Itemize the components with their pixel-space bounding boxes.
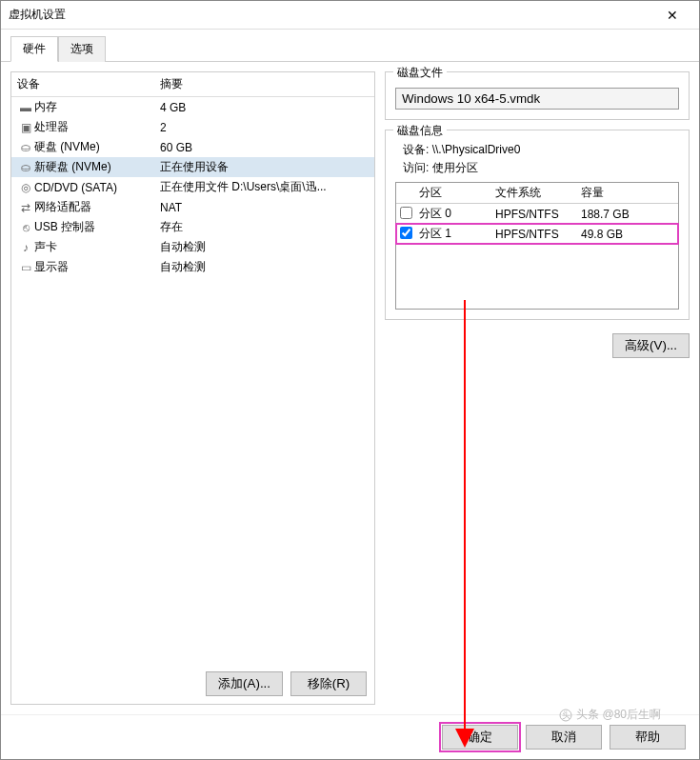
access-line: 访问: 使用分区 <box>403 160 679 176</box>
device-summary: NAT <box>160 201 369 214</box>
usb-icon: ⎋ <box>17 221 34 234</box>
advanced-button[interactable]: 高级(V)... <box>612 333 690 358</box>
help-button[interactable]: 帮助 <box>610 725 686 750</box>
device-label: 设备: <box>403 143 429 156</box>
partition-name: 分区 0 <box>419 206 495 222</box>
device-table-header: 设备 摘要 <box>11 72 374 97</box>
partition-cap: 49.8 GB <box>581 228 674 241</box>
display-icon: ▭ <box>17 261 34 274</box>
device-name: 显示器 <box>34 259 160 275</box>
ok-button[interactable]: 确定 <box>442 725 518 750</box>
disk-info-group: 磁盘信息 设备: \\.\PhysicalDrive0 访问: 使用分区 分区 … <box>385 130 690 320</box>
cpu-icon: ▣ <box>17 121 34 134</box>
device-row[interactable]: ♪声卡自动检测 <box>11 237 374 257</box>
memory-icon: ▬ <box>17 101 34 114</box>
device-summary: 正在使用文件 D:\Users\桌面\迅... <box>160 179 369 195</box>
partition-fs: HPFS/NTFS <box>495 208 581 221</box>
device-row[interactable]: ⇄网络适配器NAT <box>11 197 374 217</box>
device-row[interactable]: ▭显示器自动检测 <box>11 257 374 277</box>
col-device: 设备 <box>17 76 160 92</box>
partition-fs: HPFS/NTFS <box>495 228 581 241</box>
network-icon: ⇄ <box>17 201 34 214</box>
device-name: CD/DVD (SATA) <box>34 181 160 194</box>
sound-icon: ♪ <box>17 241 34 254</box>
device-row[interactable]: ⛀新硬盘 (NVMe)正在使用设备 <box>11 157 374 177</box>
device-summary: 60 GB <box>160 141 369 154</box>
device-summary: 自动检测 <box>160 239 369 255</box>
close-icon[interactable]: ✕ <box>653 2 691 29</box>
device-panel: 设备 摘要 ▬内存4 GB▣处理器2⛀硬盘 (NVMe)60 GB⛀新硬盘 (N… <box>10 71 375 705</box>
cd-icon: ◎ <box>17 181 34 194</box>
device-name: 网络适配器 <box>34 199 160 215</box>
col-partition: 分区 <box>419 185 495 201</box>
content-area: 设备 摘要 ▬内存4 GB▣处理器2⛀硬盘 (NVMe)60 GB⛀新硬盘 (N… <box>1 62 699 714</box>
partition-name: 分区 1 <box>419 226 495 242</box>
device-row[interactable]: ⛀硬盘 (NVMe)60 GB <box>11 137 374 157</box>
partition-row[interactable]: 分区 0HPFS/NTFS188.7 GB <box>396 204 678 224</box>
partition-row[interactable]: 分区 1HPFS/NTFS49.8 GB <box>396 224 678 244</box>
device-row[interactable]: ⎋USB 控制器存在 <box>11 217 374 237</box>
partition-header: 分区 文件系统 容量 <box>396 183 678 204</box>
device-summary: 2 <box>160 121 369 134</box>
window-title: 虚拟机设置 <box>9 7 653 23</box>
col-filesystem: 文件系统 <box>495 185 581 201</box>
device-name: 声卡 <box>34 239 160 255</box>
vm-settings-window: 虚拟机设置 ✕ 硬件 选项 设备 摘要 ▬内存4 GB▣处理器2⛀硬盘 (NVM… <box>0 0 700 760</box>
partition-cap: 188.7 GB <box>581 208 674 221</box>
access-value: 使用分区 <box>432 161 478 174</box>
disk-icon: ⛀ <box>17 141 34 154</box>
device-summary: 存在 <box>160 219 369 235</box>
disk-file-field[interactable] <box>395 88 679 110</box>
add-button[interactable]: 添加(A)... <box>206 671 283 696</box>
device-summary: 自动检测 <box>160 259 369 275</box>
device-value: \\.\PhysicalDrive0 <box>432 143 521 156</box>
device-name: 硬盘 (NVMe) <box>34 139 160 155</box>
partition-checkbox[interactable] <box>400 207 412 219</box>
cancel-button[interactable]: 取消 <box>526 725 602 750</box>
titlebar: 虚拟机设置 ✕ <box>1 1 699 30</box>
device-name: 内存 <box>34 99 160 115</box>
device-name: 处理器 <box>34 119 160 135</box>
remove-button[interactable]: 移除(R) <box>290 671 367 696</box>
disk-file-legend: 磁盘文件 <box>393 65 447 81</box>
tab-strip: 硬件 选项 <box>1 30 699 62</box>
disk-file-group: 磁盘文件 <box>385 71 690 120</box>
access-label: 访问: <box>403 161 429 174</box>
device-summary: 4 GB <box>160 101 369 114</box>
device-line: 设备: \\.\PhysicalDrive0 <box>403 142 679 158</box>
advanced-row: 高级(V)... <box>385 330 690 362</box>
device-buttons: 添加(A)... 移除(R) <box>11 664 374 704</box>
device-table: 设备 摘要 ▬内存4 GB▣处理器2⛀硬盘 (NVMe)60 GB⛀新硬盘 (N… <box>11 72 374 664</box>
device-row[interactable]: ◎CD/DVD (SATA)正在使用文件 D:\Users\桌面\迅... <box>11 177 374 197</box>
device-name: USB 控制器 <box>34 219 160 235</box>
detail-panel: 磁盘文件 磁盘信息 设备: \\.\PhysicalDrive0 访问: 使用分… <box>385 71 690 705</box>
col-capacity: 容量 <box>581 185 674 201</box>
device-row[interactable]: ▣处理器2 <box>11 117 374 137</box>
device-row[interactable]: ▬内存4 GB <box>11 97 374 117</box>
device-summary: 正在使用设备 <box>160 159 369 175</box>
partition-checkbox[interactable] <box>400 227 412 239</box>
device-name: 新硬盘 (NVMe) <box>34 159 160 175</box>
tab-options[interactable]: 选项 <box>58 36 106 62</box>
col-summary: 摘要 <box>160 76 369 92</box>
disk-info-legend: 磁盘信息 <box>393 123 447 139</box>
disk-icon: ⛀ <box>17 161 34 174</box>
partition-table: 分区 文件系统 容量 分区 0HPFS/NTFS188.7 GB分区 1HPFS… <box>395 182 679 310</box>
tab-hardware[interactable]: 硬件 <box>10 36 58 62</box>
dialog-footer: 确定 取消 帮助 <box>1 714 699 759</box>
